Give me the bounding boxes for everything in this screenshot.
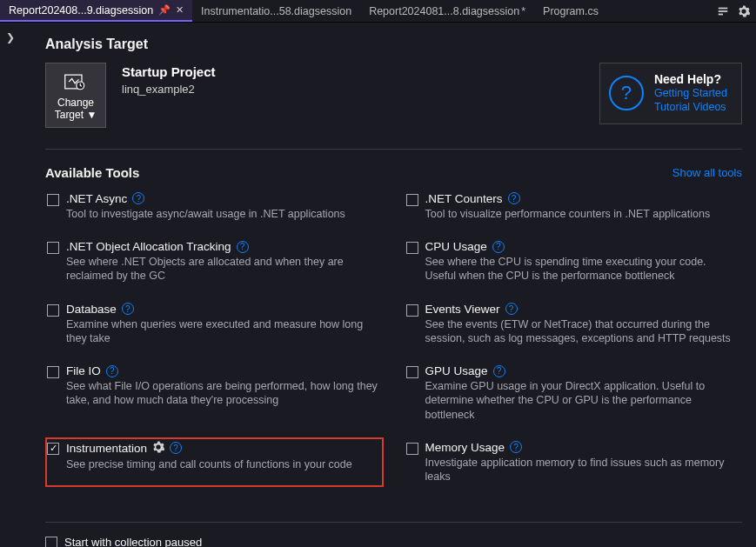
tool-desc: Tool to investigate async/await usage in… xyxy=(66,207,378,221)
tool-desc: See the events (ETW or NetTrace) that oc… xyxy=(425,317,738,346)
tool-instrumentation: Instrumentation ? See precise timing and… xyxy=(45,437,384,488)
startup-project-name: linq_example2 xyxy=(122,83,216,96)
tool-desc: See where the CPU is spending time execu… xyxy=(425,255,738,284)
tool-title: Memory Usage xyxy=(425,441,505,454)
help-getting-started-link[interactable]: Getting Started xyxy=(654,86,727,100)
tool-fileio: File IO? See what File I/O operations ar… xyxy=(45,361,384,425)
tool-title: Events Viewer xyxy=(425,303,500,316)
available-tools-heading: Available Tools xyxy=(45,165,139,180)
tool-desc: Examine when queries were executed and m… xyxy=(66,317,378,346)
show-all-tools-link[interactable]: Show all tools xyxy=(672,166,742,179)
help-box: ? Need Help? Getting Started Tutorial Vi… xyxy=(599,63,742,124)
info-icon[interactable]: ? xyxy=(505,303,518,315)
svg-rect-1 xyxy=(719,10,728,12)
tab-program-cs[interactable]: Program.cs xyxy=(534,0,607,22)
change-target-label-1: Change xyxy=(57,97,94,109)
tool-title: .NET Async xyxy=(66,192,127,205)
checkbox-fileio[interactable] xyxy=(47,366,59,378)
help-title: Need Help? xyxy=(654,72,727,86)
change-target-label-2: Target ▼ xyxy=(55,109,97,121)
info-icon[interactable]: ? xyxy=(237,241,249,253)
tool-title: GPU Usage xyxy=(425,364,488,377)
expand-gutter[interactable]: ❯ xyxy=(0,23,21,547)
info-icon[interactable]: ? xyxy=(492,241,505,253)
info-icon[interactable]: ? xyxy=(508,192,520,204)
svg-rect-2 xyxy=(719,13,723,15)
checkbox-net-counters[interactable] xyxy=(406,194,418,206)
tool-net-async: .NET Async? Tool to investigate async/aw… xyxy=(45,189,384,224)
tab-label: Program.cs xyxy=(543,5,599,17)
tab-label: Report202408...9.diagsession xyxy=(9,4,153,17)
tool-desc: See where .NET Objects are allocated and… xyxy=(66,255,378,284)
analysis-target-heading: Analysis Target xyxy=(45,37,742,52)
checkbox-net-async[interactable] xyxy=(47,194,59,206)
tool-memory: Memory Usage? Investigate application me… xyxy=(405,437,743,488)
tool-desc: See precise timing and call counts of fu… xyxy=(66,457,378,471)
separator xyxy=(45,149,742,150)
tool-net-counters: .NET Counters? Tool to visualize perform… xyxy=(405,189,743,224)
window-menu-icon[interactable] xyxy=(714,3,732,20)
start-paused-label: Start with collection paused xyxy=(64,536,202,547)
tool-desc: Investigate application memory to find i… xyxy=(425,456,738,484)
checkbox-events[interactable] xyxy=(406,304,418,317)
tab-instrumentation-58[interactable]: Instrumentatio...58.diagsession xyxy=(192,0,360,22)
tab-report-9[interactable]: Report202408...9.diagsession 📌 ✕ xyxy=(0,0,192,22)
tool-net-alloc: .NET Object Allocation Tracking? See whe… xyxy=(45,237,384,287)
change-target-icon xyxy=(63,70,89,93)
dirty-indicator: * xyxy=(521,5,525,17)
tool-desc: Examine GPU usage in your DirectX applic… xyxy=(425,379,738,422)
info-icon[interactable]: ? xyxy=(132,192,144,204)
tab-label: Report2024081...8.diagsession xyxy=(369,5,519,17)
chevron-right-icon: ❯ xyxy=(6,31,15,547)
pin-icon[interactable]: 📌 xyxy=(158,4,171,16)
separator xyxy=(45,522,742,523)
tool-desc: Tool to visualize performance counters i… xyxy=(425,207,738,221)
info-icon[interactable]: ? xyxy=(493,365,505,377)
gear-icon[interactable] xyxy=(152,441,164,456)
tool-title: Instrumentation xyxy=(66,442,147,455)
svg-rect-0 xyxy=(719,7,728,9)
tab-label: Instrumentatio...58.diagsession xyxy=(201,5,351,17)
info-icon[interactable]: ? xyxy=(122,303,134,315)
tool-title: CPU Usage xyxy=(425,240,487,253)
tool-events: Events Viewer? See the events (ETW or Ne… xyxy=(405,299,743,350)
startup-project-title: Startup Project xyxy=(122,64,216,79)
caret-down-icon: ▼ xyxy=(86,109,97,121)
tool-cpu: CPU Usage? See where the CPU is spending… xyxy=(405,237,743,287)
help-icon: ? xyxy=(609,76,644,110)
change-target-button[interactable]: Change Target ▼ xyxy=(45,63,106,128)
tool-title: .NET Object Allocation Tracking xyxy=(66,240,231,253)
close-icon[interactable]: ✕ xyxy=(176,4,184,16)
tab-report-8[interactable]: Report2024081...8.diagsession* xyxy=(360,0,534,22)
tool-desc: See what File I/O operations are being p… xyxy=(66,379,378,408)
tool-gpu: GPU Usage? Examine GPU usage in your Dir… xyxy=(405,361,743,425)
checkbox-cpu[interactable] xyxy=(406,242,418,254)
tool-title: Database xyxy=(66,303,117,316)
tool-title: .NET Counters xyxy=(425,192,503,205)
checkbox-database[interactable] xyxy=(47,304,59,317)
tool-database: Database? Examine when queries were exec… xyxy=(45,299,384,350)
checkbox-gpu[interactable] xyxy=(406,366,418,378)
gear-icon[interactable] xyxy=(735,3,753,20)
tool-title: File IO xyxy=(66,364,101,377)
help-tutorial-videos-link[interactable]: Tutorial Videos xyxy=(654,100,727,114)
checkbox-instrumentation[interactable] xyxy=(47,443,59,455)
checkbox-start-paused[interactable] xyxy=(45,537,57,547)
info-icon[interactable]: ? xyxy=(510,441,522,453)
checkbox-net-alloc[interactable] xyxy=(47,242,59,254)
info-icon[interactable]: ? xyxy=(106,365,118,377)
checkbox-memory[interactable] xyxy=(406,443,418,455)
info-icon[interactable]: ? xyxy=(170,442,182,454)
